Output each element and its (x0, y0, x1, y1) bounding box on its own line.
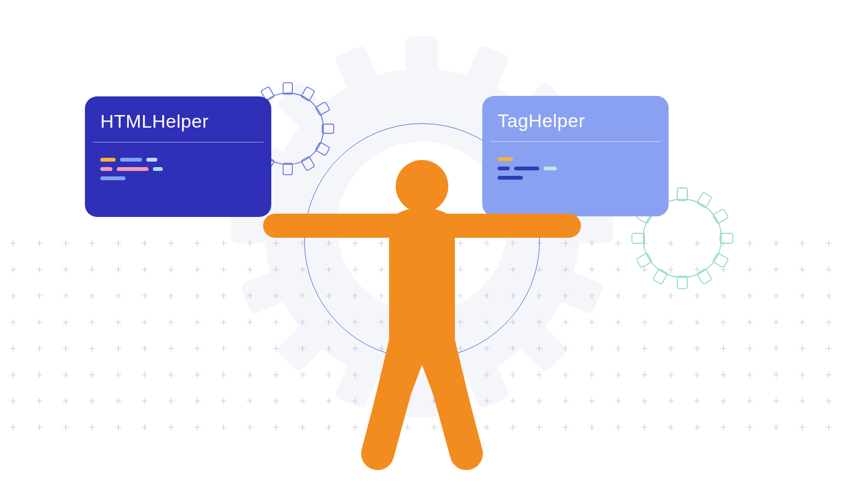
svg-rect-41 (677, 276, 687, 289)
svg-rect-34 (677, 188, 687, 201)
code-segment (120, 158, 142, 162)
svg-rect-38 (677, 188, 687, 201)
card-htmlhelper: HTMLHelper (85, 96, 271, 217)
code-segment (146, 158, 157, 162)
code-segment (100, 167, 112, 171)
code-segment (100, 176, 126, 180)
svg-rect-21 (283, 83, 293, 94)
code-line (100, 176, 256, 180)
code-segment (117, 167, 149, 171)
svg-rect-2 (406, 36, 438, 81)
svg-rect-37 (720, 233, 733, 243)
svg-point-47 (396, 160, 448, 213)
card-title: HTMLHelper (85, 96, 271, 142)
diagram-stage: HTMLHelper TagHelper (0, 0, 844, 504)
code-snippet-icon (85, 142, 271, 180)
code-segment (153, 167, 163, 171)
code-segment (100, 158, 116, 162)
accessibility-person-icon (252, 153, 592, 493)
svg-rect-24 (322, 124, 334, 134)
svg-rect-44 (632, 233, 645, 243)
code-line (100, 158, 256, 162)
card-title: TagHelper (482, 96, 669, 141)
code-line (100, 167, 256, 171)
